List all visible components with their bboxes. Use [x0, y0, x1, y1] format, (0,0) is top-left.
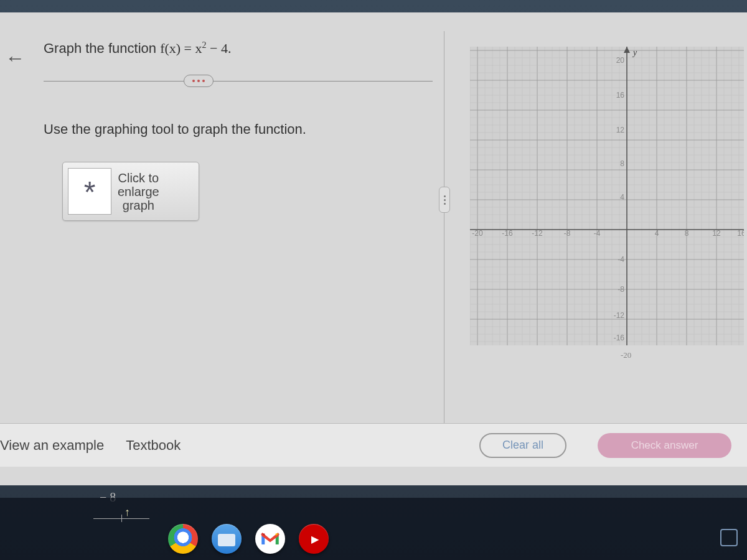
svg-text:y: y	[632, 48, 637, 57]
pane-resizer-handle[interactable]	[439, 187, 450, 213]
svg-text:-12: -12	[614, 311, 625, 320]
exercise-panel: ← Graph the function f(x) = x2 − 4. Use …	[0, 12, 747, 485]
svg-text:8: 8	[620, 159, 624, 168]
svg-text:12: 12	[712, 229, 721, 238]
svg-marker-79	[624, 47, 630, 53]
enlarge-graph-button[interactable]: Click to enlarge graph	[62, 162, 199, 221]
question-text: Graph the function f(x) = x2 − 4.	[44, 40, 442, 57]
gmail-icon[interactable]	[255, 524, 285, 554]
svg-text:-8: -8	[618, 285, 624, 294]
youtube-icon[interactable]	[299, 524, 329, 554]
tray-app-icon[interactable]	[720, 529, 738, 546]
app-dock	[168, 524, 329, 554]
enlarge-graph-label: Click to enlarge graph	[118, 171, 159, 212]
svg-text:16: 16	[737, 229, 744, 238]
svg-text:-16: -16	[502, 229, 513, 238]
svg-text:-16: -16	[614, 334, 625, 342]
graphing-tool[interactable]: y -20 -16 -12 -8 -4 4 8 12 16 20 16	[470, 47, 744, 364]
footer-bar: View an example Textbook Clear all Check…	[0, 423, 747, 467]
files-icon[interactable]	[212, 524, 242, 554]
system-tray[interactable]	[720, 529, 738, 546]
chrome-icon[interactable]	[168, 524, 198, 554]
equation: f(x) = x2 − 4.	[160, 40, 231, 56]
textbook-link[interactable]: Textbook	[126, 437, 181, 454]
svg-text:-8: -8	[564, 229, 571, 238]
svg-text:4: 4	[620, 193, 624, 202]
svg-text:20: 20	[616, 56, 625, 65]
number-line-widget: ↑	[81, 501, 156, 523]
svg-text:-12: -12	[532, 229, 543, 238]
svg-text:16: 16	[616, 91, 625, 100]
back-arrow-icon[interactable]: ←	[5, 47, 25, 70]
svg-text:-4: -4	[618, 255, 624, 264]
graph-thumbnail-icon	[68, 168, 111, 215]
svg-text:-4: -4	[594, 229, 601, 238]
more-options-pill[interactable]	[184, 75, 214, 87]
vertical-divider	[444, 31, 444, 442]
svg-text:4: 4	[655, 229, 659, 238]
svg-text:8: 8	[685, 229, 689, 238]
svg-text:12: 12	[616, 126, 625, 134]
question-prefix: Graph the function	[44, 40, 160, 56]
y-tick-neg20: -20	[621, 350, 631, 360]
svg-text:-20: -20	[472, 229, 483, 238]
arrow-up-icon: ↑	[125, 506, 130, 519]
coordinate-plane[interactable]: y -20 -16 -12 -8 -4 4 8 12 16 20 16	[470, 47, 744, 345]
os-taskbar: ↑	[0, 498, 747, 560]
clear-all-button[interactable]: Clear all	[479, 433, 566, 458]
instruction-text: Use the graphing tool to graph the funct…	[44, 121, 417, 138]
view-example-link[interactable]: View an example	[0, 437, 104, 454]
graph-grid[interactable]: y -20 -16 -12 -8 -4 4 8 12 16 20 16	[470, 47, 744, 345]
check-answer-button: Check answer	[598, 433, 731, 458]
section-divider	[44, 81, 433, 82]
